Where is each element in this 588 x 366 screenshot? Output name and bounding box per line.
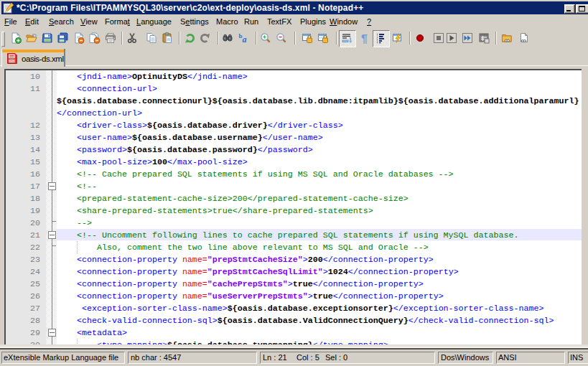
svg-text:a: a — [243, 34, 247, 44]
svg-text:¶: ¶ — [361, 33, 368, 44]
